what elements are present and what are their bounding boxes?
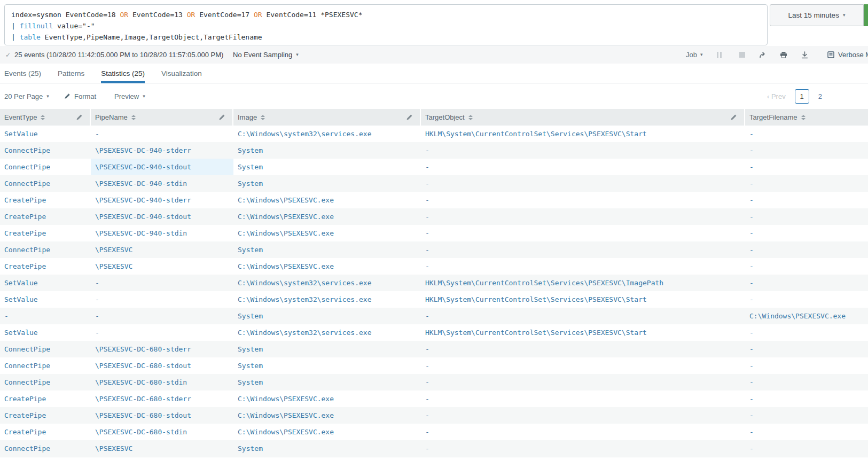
tab-visualization[interactable]: Visualization [161,64,202,83]
sort-icon[interactable] [41,115,45,120]
table-cell-image[interactable]: C:\Windows\PSEXESVC.exe [233,225,421,241]
event-sampling-dropdown[interactable]: No Event Sampling ▾ [233,46,299,64]
table-cell-pipename[interactable]: - [91,308,233,324]
job-dropdown[interactable]: Job ▾ [686,46,703,64]
table-cell-eventtype[interactable]: CreatePipe [0,424,91,440]
table-cell-image[interactable]: System [233,374,421,391]
table-cell-eventtype[interactable]: ConnectPipe [0,357,91,374]
table-cell-targetfilename[interactable]: - [745,175,868,192]
table-cell-targetobject[interactable]: - [421,341,745,357]
download-icon[interactable] [801,46,808,64]
column-header-image[interactable]: Image [233,109,421,126]
sort-icon[interactable] [261,115,265,120]
column-header-targetobject[interactable]: TargetObject [421,109,745,126]
table-cell-image[interactable]: System [233,440,421,457]
column-header-pipename[interactable]: PipeName [91,109,233,126]
table-cell-eventtype[interactable]: - [0,308,91,324]
table-cell-pipename[interactable]: \PSEXESVC-DC-680-stdout [91,407,233,424]
table-cell-image[interactable]: System [233,341,421,357]
table-cell-targetfilename[interactable]: - [745,374,868,391]
edit-column-pencil-icon[interactable] [406,114,413,121]
table-cell-targetobject[interactable]: HKLM\System\CurrentControlSet\Services\P… [421,126,745,142]
table-cell-targetfilename[interactable]: - [745,258,868,275]
table-cell-targetobject[interactable]: HKLM\System\CurrentControlSet\Services\P… [421,324,745,341]
time-range-picker[interactable]: Last 15 minutes ▾ [770,4,864,26]
table-cell-targetfilename[interactable]: - [745,192,868,208]
table-cell-pipename[interactable]: \PSEXESVC-DC-940-stderr [91,142,233,159]
table-cell-targetobject[interactable]: - [421,175,745,192]
table-cell-targetfilename[interactable]: - [745,126,868,142]
table-cell-targetfilename[interactable]: - [745,324,868,341]
table-cell-targetobject[interactable]: HKLM\System\CurrentControlSet\Services\P… [421,291,745,308]
table-cell-pipename[interactable]: \PSEXESVC-DC-680-stderr [91,341,233,357]
share-icon[interactable] [759,46,767,64]
table-cell-image[interactable]: C:\Windows\system32\services.exe [233,275,421,291]
prev-page-button[interactable]: ‹ Prev [767,92,786,100]
table-cell-eventtype[interactable]: CreatePipe [0,192,91,208]
table-cell-eventtype[interactable]: CreatePipe [0,225,91,241]
table-cell-eventtype[interactable]: CreatePipe [0,391,91,407]
table-cell-pipename[interactable]: - [91,275,233,291]
table-cell-targetobject[interactable]: - [421,192,745,208]
table-cell-pipename[interactable]: \PSEXESVC-DC-680-stdin [91,374,233,391]
table-cell-pipename[interactable]: \PSEXESVC-DC-940-stdout [91,208,233,225]
table-cell-eventtype[interactable]: SetValue [0,291,91,308]
search-query-input[interactable]: index=sysmon EventCode=18 OR EventCode=1… [4,4,768,45]
table-cell-image[interactable]: System [233,308,421,324]
table-cell-image[interactable]: System [233,241,421,258]
table-cell-eventtype[interactable]: ConnectPipe [0,341,91,357]
table-cell-targetfilename[interactable]: - [745,159,868,175]
table-cell-eventtype[interactable]: ConnectPipe [0,374,91,391]
search-mode-dropdown[interactable]: Verbose Mode ▾ [827,46,868,64]
table-cell-eventtype[interactable]: CreatePipe [0,407,91,424]
table-cell-pipename[interactable]: \PSEXESVC [91,440,233,457]
preview-dropdown[interactable]: Preview ▾ [114,83,145,109]
edit-column-pencil-icon[interactable] [730,114,737,121]
table-cell-targetobject[interactable]: - [421,159,745,175]
table-cell-image[interactable]: C:\Windows\PSEXESVC.exe [233,192,421,208]
table-cell-eventtype[interactable]: SetValue [0,275,91,291]
table-cell-image[interactable]: C:\Windows\PSEXESVC.exe [233,258,421,275]
table-cell-pipename[interactable]: \PSEXESVC-DC-940-stdin [91,175,233,192]
table-cell-image[interactable]: C:\Windows\PSEXESVC.exe [233,208,421,225]
sort-icon[interactable] [131,115,136,120]
table-cell-image[interactable]: C:\Windows\system32\services.exe [233,291,421,308]
table-cell-targetobject[interactable]: - [421,258,745,275]
table-cell-targetfilename[interactable]: - [745,357,868,374]
table-cell-targetfilename[interactable]: - [745,341,868,357]
table-cell-eventtype[interactable]: CreatePipe [0,208,91,225]
table-cell-targetfilename[interactable]: - [745,142,868,159]
table-cell-pipename[interactable]: \PSEXESVC-DC-680-stderr [91,391,233,407]
format-button[interactable]: Format [64,83,96,109]
table-cell-eventtype[interactable]: ConnectPipe [0,142,91,159]
table-cell-targetobject[interactable]: - [421,225,745,241]
table-cell-pipename[interactable]: \PSEXESVC-DC-940-stderr [91,192,233,208]
table-cell-targetfilename[interactable]: - [745,208,868,225]
table-cell-targetobject[interactable]: - [421,308,745,324]
table-cell-pipename[interactable]: \PSEXESVC-DC-940-stdin [91,225,233,241]
table-cell-targetfilename[interactable]: - [745,291,868,308]
table-cell-pipename[interactable]: \PSEXESVC-DC-680-stdin [91,424,233,440]
table-cell-pipename[interactable]: \PSEXESVC [91,241,233,258]
table-cell-eventtype[interactable]: ConnectPipe [0,440,91,457]
table-cell-eventtype[interactable]: SetValue [0,324,91,341]
table-cell-targetobject[interactable]: - [421,440,745,457]
table-cell-targetobject[interactable]: - [421,424,745,440]
stop-button[interactable] [739,46,745,64]
edit-column-pencil-icon[interactable] [76,114,83,121]
page-2-link[interactable]: 2 [818,92,822,100]
table-cell-targetobject[interactable]: - [421,374,745,391]
per-page-dropdown[interactable]: 20 Per Page ▾ [4,83,49,109]
table-cell-targetfilename[interactable]: - [745,424,868,440]
column-header-eventtype[interactable]: EventType [0,109,91,126]
table-cell-image[interactable]: C:\Windows\system32\services.exe [233,324,421,341]
table-cell-image[interactable]: C:\Windows\PSEXESVC.exe [233,391,421,407]
table-cell-pipename[interactable]: - [91,291,233,308]
page-1-current[interactable]: 1 [795,89,809,104]
table-cell-image[interactable]: C:\Windows\system32\services.exe [233,126,421,142]
table-cell-eventtype[interactable]: ConnectPipe [0,175,91,192]
table-cell-targetobject[interactable]: - [421,241,745,258]
edit-column-pencil-icon[interactable] [218,114,225,121]
table-cell-eventtype[interactable]: CreatePipe [0,258,91,275]
table-cell-targetfilename[interactable]: - [745,407,868,424]
